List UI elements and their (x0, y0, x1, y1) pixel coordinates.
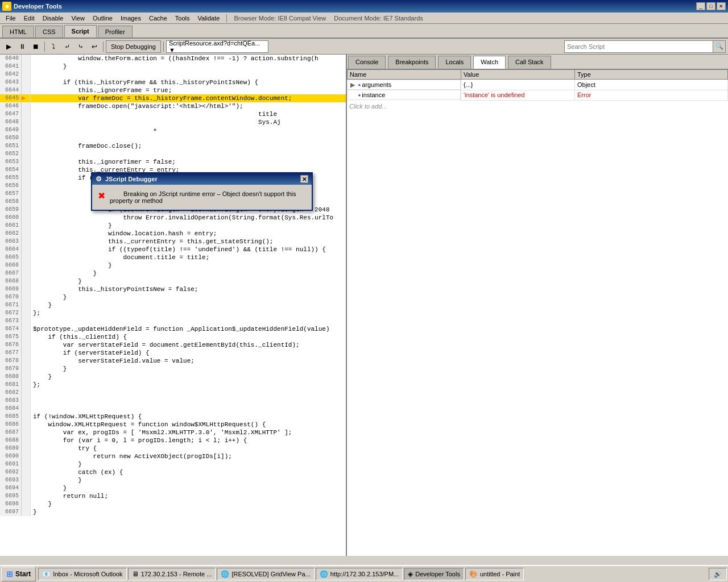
code-line-6686[interactable]: 6686 window.XMLHttpRequest = function wi… (0, 421, 346, 429)
code-line-6681[interactable]: 6681}; (0, 381, 346, 389)
code-line-6648[interactable]: 6648 Sys.Aj (0, 118, 346, 126)
code-line-6649[interactable]: 6649 + (0, 126, 346, 134)
code-line-6646[interactable]: 6646 frameDoc.open("javascript:'<html></… (0, 102, 346, 110)
break-button[interactable]: ⏸ (16, 40, 28, 53)
code-line-6644[interactable]: 6644 this._ignoreFrame = true; (0, 86, 346, 94)
menu-outline[interactable]: Outline (89, 14, 116, 23)
tab-breakpoints[interactable]: Breakpoints (388, 56, 436, 69)
restore-button[interactable]: □ (706, 2, 715, 10)
popup-close-button[interactable]: ✕ (300, 175, 308, 183)
add-watch-row[interactable]: Click to add... (347, 101, 728, 112)
menu-images[interactable]: Images (117, 14, 144, 23)
code-line-6674[interactable]: 6674$prototype._updateHiddenField = func… (0, 325, 346, 333)
code-line-6668[interactable]: 6668 } (0, 277, 346, 285)
code-line-6653[interactable]: 6653 this._ignoreTimer = false; (0, 158, 346, 166)
code-line-6677[interactable]: 6677 if (serverStateField) { (0, 349, 346, 357)
tab-script[interactable]: Script (64, 25, 97, 38)
code-line-6688[interactable]: 6688 for (var i = 0, l = progIDs.length;… (0, 436, 346, 444)
code-line-6690[interactable]: 6690 return new ActiveXObject(progIDs[i]… (0, 452, 346, 460)
step-into-button[interactable]: ⤵ (47, 40, 60, 53)
code-line-6647[interactable]: 6647 title (0, 110, 346, 118)
code-line-6666[interactable]: 6666 } (0, 261, 346, 269)
line-number: 6693 (0, 476, 22, 484)
close-button[interactable]: ✕ (717, 2, 726, 10)
code-line-6652[interactable]: 6652 (0, 150, 346, 158)
code-line-6662[interactable]: 6662 window.location.hash = entry; (0, 230, 346, 238)
watch-row-1[interactable]: ● instance'instance' is undefinedError (348, 90, 728, 100)
code-line-6640[interactable]: 6640 window.theForm.action = ((hashIndex… (0, 55, 346, 63)
code-line-6667[interactable]: 6667 } (0, 269, 346, 277)
minimize-button[interactable]: _ (696, 2, 705, 10)
stop-debugging-button[interactable]: Stop Debugging (106, 40, 161, 53)
line-gutter (22, 174, 31, 182)
code-line-6651[interactable]: 6651 frameDoc.close(); (0, 142, 346, 150)
code-line-6642[interactable]: 6642 (0, 70, 346, 78)
code-line-6673[interactable]: 6673 (0, 317, 346, 325)
code-line-6695[interactable]: 6695 return null; (0, 492, 346, 500)
code-line-6693[interactable]: 6693 } (0, 476, 346, 484)
code-line-6696[interactable]: 6696 } (0, 500, 346, 508)
tab-watch[interactable]: Watch (473, 56, 506, 69)
code-line-6665[interactable]: 6665 document.title = title; (0, 253, 346, 261)
step-out-button[interactable]: ⤷ (75, 40, 87, 53)
code-line-6678[interactable]: 6678 serverStateField.value = value; (0, 357, 346, 365)
menu-edit[interactable]: Edit (20, 14, 38, 23)
code-line-6680[interactable]: 6680 } (0, 373, 346, 381)
tab-locals[interactable]: Locals (438, 56, 471, 69)
code-line-6664[interactable]: 6664 if ((typeof(title) !== 'undefined')… (0, 246, 346, 253)
code-line-6669[interactable]: 6669 this._historyPointIsNew = false; (0, 285, 346, 293)
set-next-stmt-button[interactable]: ↩ (88, 40, 101, 53)
tab-html[interactable]: HTML (2, 26, 34, 38)
code-line-6683[interactable]: 6683 (0, 397, 346, 405)
line-gutter (22, 86, 31, 94)
code-area[interactable]: 6640 window.theForm.action = ((hashIndex… (0, 55, 346, 556)
code-line-6671[interactable]: 6671 } (0, 301, 346, 309)
code-line-6645[interactable]: 6645▶ var frameDoc = this._historyFrame.… (0, 94, 346, 102)
code-line-6679[interactable]: 6679 } (0, 365, 346, 373)
line-content (31, 389, 346, 397)
stop-button[interactable]: ⏹ (30, 40, 42, 53)
code-line-6661[interactable]: 6661 } (0, 222, 346, 230)
menu-validate[interactable]: Validate (194, 14, 223, 23)
tab-css[interactable]: CSS (35, 26, 63, 38)
code-line-6692[interactable]: 6692 catch (ex) { (0, 468, 346, 476)
tab-profiler[interactable]: Profiler (98, 26, 133, 38)
code-line-6676[interactable]: 6676 var serverStateField = document.get… (0, 341, 346, 349)
search-input[interactable] (565, 41, 713, 52)
code-line-6691[interactable]: 6691 } (0, 460, 346, 468)
code-line-6694[interactable]: 6694 } (0, 484, 346, 492)
tab-console[interactable]: Console (348, 56, 386, 69)
menu-tools[interactable]: Tools (172, 14, 193, 23)
tab-call-stack[interactable]: Call Stack (508, 56, 551, 69)
code-line-6641[interactable]: 6641 } (0, 63, 346, 70)
script-file-dropdown[interactable]: ScriptResource.axd?d=chtQEa... ▼ (166, 40, 268, 53)
continue-button[interactable]: ▶ (2, 40, 15, 53)
search-button[interactable]: 🔍 (713, 41, 725, 52)
line-content: document.title = title; (31, 253, 346, 261)
menu-file[interactable]: File (2, 14, 19, 23)
line-number: 6663 (0, 238, 22, 246)
code-line-6660[interactable]: 6660 throw Error.invalidOperation(String… (0, 214, 346, 222)
menu-disable[interactable]: Disable (39, 14, 67, 23)
menu-cache[interactable]: Cache (146, 14, 171, 23)
code-line-6663[interactable]: 6663 this._currentEntry = this.get_state… (0, 238, 346, 246)
line-number: 6687 (0, 429, 22, 436)
code-line-6675[interactable]: 6675 if (this._clientId) { (0, 333, 346, 341)
code-line-6684[interactable]: 6684 (0, 405, 346, 413)
menu-view[interactable]: View (68, 14, 88, 23)
code-line-6697[interactable]: 6697} (0, 508, 346, 516)
code-line-6650[interactable]: 6650 (0, 134, 346, 142)
code-line-6670[interactable]: 6670 } (0, 293, 346, 301)
code-line-6689[interactable]: 6689 try { (0, 444, 346, 452)
watch-row-0[interactable]: ▶● arguments{...}Object (348, 80, 728, 90)
expand-icon[interactable]: ▶ (350, 81, 357, 89)
code-line-6672[interactable]: 6672}; (0, 309, 346, 317)
line-gutter (22, 214, 31, 222)
window-controls[interactable]: _ □ ✕ (696, 2, 726, 10)
code-line-6682[interactable]: 6682 (0, 389, 346, 397)
code-line-6643[interactable]: 6643 if (this._historyFrame && this._his… (0, 78, 346, 86)
code-line-6685[interactable]: 6685if (!window.XMLHttpRequest) { (0, 413, 346, 421)
code-line-6687[interactable]: 6687 var ex, progIDs = [ 'Msxml2.XMLHTTP… (0, 429, 346, 436)
line-gutter (22, 429, 31, 436)
step-over-button[interactable]: ⤶ (61, 40, 73, 53)
